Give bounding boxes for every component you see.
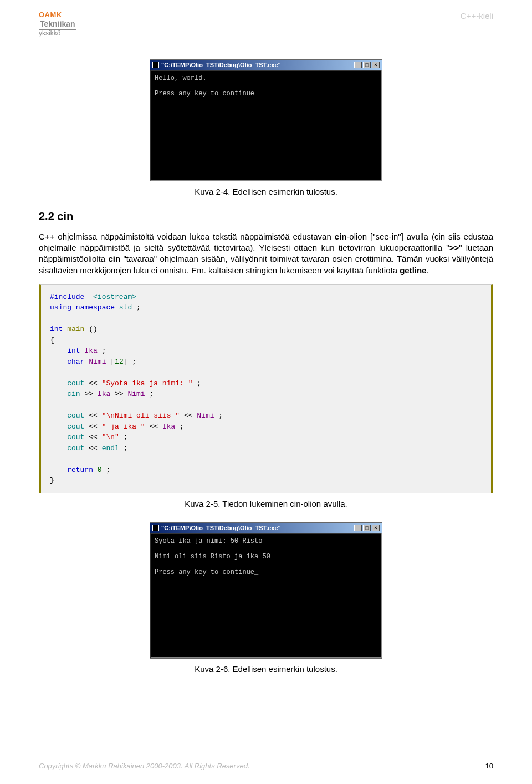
kw-cout: cout	[67, 422, 84, 431]
str-prompt: "Syota ika ja nimi: "	[102, 379, 193, 388]
var-ika: Ika	[162, 422, 175, 431]
kw-cout: cout	[67, 444, 84, 452]
para-bold-op: >>	[449, 243, 459, 252]
para-bold-cin2: cin	[108, 254, 120, 263]
console-titlebar-1: "C:\TEMP\Olio_TST\Debug\Olio_TST.exe" _ …	[150, 60, 382, 70]
maximize-icon: □	[363, 525, 371, 531]
kw-char: char	[67, 358, 84, 366]
page-number: 10	[485, 762, 493, 770]
logo: OAMK Tekniikan yksikkö	[39, 11, 76, 37]
kw-cout: cout	[67, 379, 84, 388]
console-title-1: "C:\TEMP\Olio_TST\Debug\Olio_TST.exe"	[161, 62, 281, 68]
logo-top: OAMK	[39, 11, 76, 19]
code-block: #include <iostream> using namespace std …	[39, 284, 493, 493]
page-label: C++-kieli	[461, 11, 493, 21]
caption-2-6: Kuva 2-6. Edellisen esimerkin tulostus.	[39, 664, 493, 674]
kw-int: int	[50, 325, 63, 333]
figure-2-6: "C:\TEMP\Olio_TST\Debug\Olio_TST.exe" _ …	[39, 522, 493, 659]
fn-main: main	[67, 325, 84, 333]
kw-namespace: namespace	[76, 303, 115, 312]
str-ika: " ja ika "	[102, 422, 145, 431]
var-nimi: Nimi	[127, 390, 145, 398]
body-paragraph: C++ ohjelmissa näppäimistöltä voidaan lu…	[39, 231, 493, 276]
page-footer: Copyrights © Markku Rahikainen 2000-2003…	[39, 762, 493, 770]
page-header: OAMK Tekniikan yksikkö C++-kieli	[39, 11, 493, 37]
console-icon	[152, 525, 159, 531]
num-0: 0	[98, 466, 102, 474]
console-window-2: "C:\TEMP\Olio_TST\Debug\Olio_TST.exe" _ …	[150, 522, 382, 659]
minimize-icon: _	[354, 525, 362, 531]
section-heading-2-2: 2.2 cin	[39, 210, 493, 223]
var-nimi: Nimi	[89, 358, 106, 366]
close-icon: ×	[372, 62, 380, 68]
var-nimi: Nimi	[197, 411, 214, 420]
kw-using: using	[50, 303, 71, 312]
caption-2-4: Kuva 2-4. Edellisen esimerkin tulostus.	[39, 187, 493, 196]
console2-line3: Press any key to continue_	[155, 568, 258, 576]
caption-2-5: Kuva 2-5. Tiedon lukeminen cin-olion avu…	[39, 499, 493, 508]
logo-mid: Tekniikan	[39, 19, 76, 29]
kw-int: int	[67, 347, 80, 355]
console1-line1: Hello, world.	[155, 74, 207, 82]
kw-iostream: <iostream>	[93, 293, 136, 301]
para-bold-cin1: cin	[335, 232, 347, 241]
kw-endl: endl	[102, 444, 119, 452]
minimize-icon: _	[354, 62, 362, 68]
logo-bot: yksikkö	[39, 30, 76, 37]
console-title-2: "C:\TEMP\Olio_TST\Debug\Olio_TST.exe"	[161, 525, 281, 531]
para-bold-getline: getline	[400, 266, 426, 275]
kw-cin: cin	[67, 390, 80, 398]
maximize-icon: □	[363, 62, 371, 68]
var-ika: Ika	[84, 347, 97, 355]
kw-cout: cout	[67, 411, 84, 420]
num-12: 12	[115, 358, 124, 366]
console-window-1: "C:\TEMP\Olio_TST\Debug\Olio_TST.exe" _ …	[150, 59, 382, 181]
para-text: .	[427, 266, 429, 275]
console-body-2: Syota ika ja nimi: 50 Risto Nimi oli sii…	[150, 533, 382, 658]
console2-line1: Syota ika ja nimi: 50 Risto	[155, 537, 262, 545]
copyright: Copyrights © Markku Rahikainen 2000-2003…	[39, 762, 250, 770]
console2-line2: Nimi oli siis Risto ja ika 50	[155, 553, 270, 561]
console1-line2: Press any key to continue	[155, 90, 254, 98]
kw-return: return	[67, 466, 93, 474]
kw-cout: cout	[67, 433, 84, 441]
para-text: C++ ohjelmissa näppäimistöltä voidaan lu…	[39, 232, 335, 241]
str-nl: "\n"	[102, 433, 119, 441]
console-titlebar-2: "C:\TEMP\Olio_TST\Debug\Olio_TST.exe" _ …	[150, 523, 382, 533]
console-icon	[152, 62, 159, 68]
console-body-1: Hello, world. Press any key to continue	[150, 70, 382, 181]
kw-std: std	[119, 303, 132, 312]
figure-2-4: "C:\TEMP\Olio_TST\Debug\Olio_TST.exe" _ …	[39, 59, 493, 181]
str-nimi: "\nNimi oli siis "	[102, 411, 180, 420]
var-ika: Ika	[98, 390, 110, 398]
kw-include: #include	[50, 293, 84, 301]
close-icon: ×	[372, 525, 380, 531]
